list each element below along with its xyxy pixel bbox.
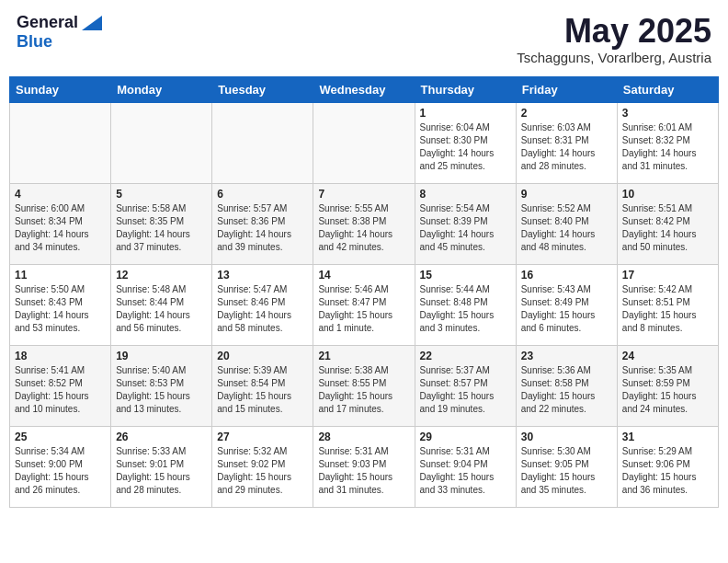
calendar-week-2: 4Sunrise: 6:00 AM Sunset: 8:34 PM Daylig… (10, 183, 719, 264)
day-detail: Sunrise: 5:41 AM Sunset: 8:52 PM Dayligh… (15, 364, 106, 416)
day-detail: Sunrise: 5:57 AM Sunset: 8:36 PM Dayligh… (217, 202, 308, 254)
calendar-week-5: 25Sunrise: 5:34 AM Sunset: 9:00 PM Dayli… (10, 426, 719, 507)
header-wednesday: Wednesday (313, 76, 415, 102)
day-number: 27 (217, 431, 308, 443)
logo: General Blue (17, 13, 102, 52)
calendar-cell: 7Sunrise: 5:55 AM Sunset: 8:38 PM Daylig… (313, 183, 415, 264)
calendar-cell (313, 102, 415, 183)
day-number: 9 (521, 188, 612, 201)
day-detail: Sunrise: 5:34 AM Sunset: 9:00 PM Dayligh… (15, 445, 106, 497)
month-title: May 2025 (517, 13, 711, 50)
calendar-cell: 30Sunrise: 5:30 AM Sunset: 9:05 PM Dayli… (516, 426, 617, 507)
day-detail: Sunrise: 6:00 AM Sunset: 8:34 PM Dayligh… (15, 202, 106, 254)
day-detail: Sunrise: 5:38 AM Sunset: 8:55 PM Dayligh… (318, 364, 409, 416)
calendar-header-row: SundayMondayTuesdayWednesdayThursdayFrid… (10, 76, 719, 102)
day-number: 28 (318, 431, 409, 443)
day-number: 3 (622, 107, 713, 120)
day-detail: Sunrise: 5:31 AM Sunset: 9:03 PM Dayligh… (318, 445, 409, 497)
calendar-cell: 3Sunrise: 6:01 AM Sunset: 8:32 PM Daylig… (617, 102, 718, 183)
calendar-cell: 13Sunrise: 5:47 AM Sunset: 8:46 PM Dayli… (212, 264, 313, 345)
calendar-cell: 4Sunrise: 6:00 AM Sunset: 8:34 PM Daylig… (10, 183, 111, 264)
calendar-cell: 8Sunrise: 5:54 AM Sunset: 8:39 PM Daylig… (415, 183, 516, 264)
location: Tschagguns, Vorarlberg, Austria (517, 50, 711, 65)
calendar-cell: 19Sunrise: 5:40 AM Sunset: 8:53 PM Dayli… (111, 345, 212, 426)
day-number: 25 (15, 431, 106, 443)
calendar-cell: 22Sunrise: 5:37 AM Sunset: 8:57 PM Dayli… (415, 345, 516, 426)
calendar-table: SundayMondayTuesdayWednesdayThursdayFrid… (9, 76, 719, 508)
day-number: 24 (622, 350, 713, 362)
day-detail: Sunrise: 5:52 AM Sunset: 8:40 PM Dayligh… (521, 202, 612, 254)
calendar-week-3: 11Sunrise: 5:50 AM Sunset: 8:43 PM Dayli… (10, 264, 719, 345)
calendar-cell: 5Sunrise: 5:58 AM Sunset: 8:35 PM Daylig… (111, 183, 212, 264)
day-detail: Sunrise: 5:37 AM Sunset: 8:57 PM Dayligh… (420, 364, 511, 416)
svg-marker-0 (82, 16, 102, 30)
day-number: 4 (15, 188, 106, 201)
day-detail: Sunrise: 6:03 AM Sunset: 8:31 PM Dayligh… (521, 121, 612, 173)
logo-blue: Blue (17, 32, 52, 51)
calendar-cell: 28Sunrise: 5:31 AM Sunset: 9:03 PM Dayli… (313, 426, 415, 507)
day-detail: Sunrise: 5:55 AM Sunset: 8:38 PM Dayligh… (318, 202, 409, 254)
calendar-cell: 15Sunrise: 5:44 AM Sunset: 8:48 PM Dayli… (415, 264, 516, 345)
day-number: 8 (420, 188, 511, 201)
header-monday: Monday (111, 76, 212, 102)
day-detail: Sunrise: 5:54 AM Sunset: 8:39 PM Dayligh… (420, 202, 511, 254)
day-detail: Sunrise: 5:33 AM Sunset: 9:01 PM Dayligh… (116, 445, 207, 497)
calendar-cell: 12Sunrise: 5:48 AM Sunset: 8:44 PM Dayli… (111, 264, 212, 345)
calendar-cell (212, 102, 313, 183)
day-number: 14 (318, 269, 409, 282)
title-block: May 2025 Tschagguns, Vorarlberg, Austria (517, 13, 711, 65)
day-detail: Sunrise: 5:48 AM Sunset: 8:44 PM Dayligh… (116, 283, 207, 335)
day-number: 15 (420, 269, 511, 282)
day-detail: Sunrise: 5:29 AM Sunset: 9:06 PM Dayligh… (622, 445, 713, 497)
calendar-cell: 6Sunrise: 5:57 AM Sunset: 8:36 PM Daylig… (212, 183, 313, 264)
header-friday: Friday (516, 76, 617, 102)
header-tuesday: Tuesday (212, 76, 313, 102)
day-detail: Sunrise: 5:51 AM Sunset: 8:42 PM Dayligh… (622, 202, 713, 254)
day-detail: Sunrise: 5:31 AM Sunset: 9:04 PM Dayligh… (420, 445, 511, 497)
day-detail: Sunrise: 5:46 AM Sunset: 8:47 PM Dayligh… (318, 283, 409, 335)
day-detail: Sunrise: 5:32 AM Sunset: 9:02 PM Dayligh… (217, 445, 308, 497)
day-detail: Sunrise: 5:36 AM Sunset: 8:58 PM Dayligh… (521, 364, 612, 416)
calendar-cell: 26Sunrise: 5:33 AM Sunset: 9:01 PM Dayli… (111, 426, 212, 507)
day-number: 7 (318, 188, 409, 201)
day-detail: Sunrise: 5:39 AM Sunset: 8:54 PM Dayligh… (217, 364, 308, 416)
day-detail: Sunrise: 5:30 AM Sunset: 9:05 PM Dayligh… (521, 445, 612, 497)
day-detail: Sunrise: 5:50 AM Sunset: 8:43 PM Dayligh… (15, 283, 106, 335)
logo-general: General (17, 13, 78, 32)
day-number: 10 (622, 188, 713, 201)
day-detail: Sunrise: 5:44 AM Sunset: 8:48 PM Dayligh… (420, 283, 511, 335)
calendar-cell: 24Sunrise: 5:35 AM Sunset: 8:59 PM Dayli… (617, 345, 718, 426)
day-number: 2 (521, 107, 612, 120)
calendar-cell: 25Sunrise: 5:34 AM Sunset: 9:00 PM Dayli… (10, 426, 111, 507)
day-detail: Sunrise: 5:42 AM Sunset: 8:51 PM Dayligh… (622, 283, 713, 335)
header-thursday: Thursday (415, 76, 516, 102)
day-number: 6 (217, 188, 308, 201)
day-detail: Sunrise: 5:47 AM Sunset: 8:46 PM Dayligh… (217, 283, 308, 335)
calendar-cell: 17Sunrise: 5:42 AM Sunset: 8:51 PM Dayli… (617, 264, 718, 345)
header-sunday: Sunday (10, 76, 111, 102)
day-number: 29 (420, 431, 511, 443)
calendar-cell: 18Sunrise: 5:41 AM Sunset: 8:52 PM Dayli… (10, 345, 111, 426)
page-header: General Blue May 2025 Tschagguns, Vorarl… (9, 9, 719, 69)
day-number: 18 (15, 350, 106, 362)
calendar-cell: 31Sunrise: 5:29 AM Sunset: 9:06 PM Dayli… (617, 426, 718, 507)
calendar-cell: 11Sunrise: 5:50 AM Sunset: 8:43 PM Dayli… (10, 264, 111, 345)
header-saturday: Saturday (617, 76, 718, 102)
day-number: 31 (622, 431, 713, 443)
calendar-cell: 20Sunrise: 5:39 AM Sunset: 8:54 PM Dayli… (212, 345, 313, 426)
day-detail: Sunrise: 5:43 AM Sunset: 8:49 PM Dayligh… (521, 283, 612, 335)
calendar-cell: 21Sunrise: 5:38 AM Sunset: 8:55 PM Dayli… (313, 345, 415, 426)
logo-icon (82, 16, 102, 30)
calendar-week-1: 1Sunrise: 6:04 AM Sunset: 8:30 PM Daylig… (10, 102, 719, 183)
day-number: 1 (420, 107, 511, 120)
calendar-cell: 10Sunrise: 5:51 AM Sunset: 8:42 PM Dayli… (617, 183, 718, 264)
day-detail: Sunrise: 5:58 AM Sunset: 8:35 PM Dayligh… (116, 202, 207, 254)
day-number: 13 (217, 269, 308, 282)
day-detail: Sunrise: 5:35 AM Sunset: 8:59 PM Dayligh… (622, 364, 713, 416)
day-number: 11 (15, 269, 106, 282)
calendar-cell: 14Sunrise: 5:46 AM Sunset: 8:47 PM Dayli… (313, 264, 415, 345)
day-number: 26 (116, 431, 207, 443)
day-number: 22 (420, 350, 511, 362)
day-number: 23 (521, 350, 612, 362)
calendar-cell: 16Sunrise: 5:43 AM Sunset: 8:49 PM Dayli… (516, 264, 617, 345)
